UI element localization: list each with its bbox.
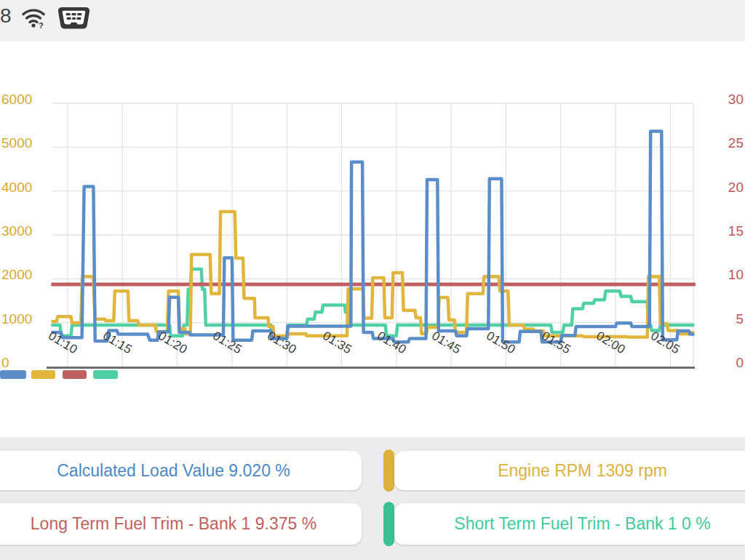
chart-canvas[interactable] <box>0 41 745 405</box>
sensor-card-rpm[interactable]: Engine RPM 1309 rpm <box>394 451 745 490</box>
obd-connector-icon <box>57 7 91 33</box>
series-line <box>51 212 694 337</box>
card-accent-stft <box>383 502 394 546</box>
y-left-tick-label: 3000 <box>1 223 45 239</box>
legend-swatch-0[interactable] <box>0 370 26 379</box>
chart-svg <box>0 41 745 405</box>
legend-swatch-1[interactable] <box>31 370 55 379</box>
y-right-tick-label: 20 <box>719 180 744 196</box>
y-right-tick-label: 25 <box>719 135 744 151</box>
y-right-tick-label: 5 <box>719 311 744 327</box>
y-left-tick-label: 6000 <box>1 92 45 108</box>
sensor-cards-area: Calculated Load Value 9.020 %Engine RPM … <box>0 437 745 560</box>
chart-panel: 010002000300040005000600005101520253001:… <box>0 41 745 437</box>
sensor-card-label: Short Term Fuel Trim - Bank 1 0 % <box>454 514 710 534</box>
y-right-tick-label: 0 <box>719 355 744 371</box>
y-left-tick-label: 5000 <box>1 135 45 151</box>
sensor-card-stft[interactable]: Short Term Fuel Trim - Bank 1 0 % <box>394 503 745 545</box>
legend-swatch-3[interactable] <box>93 370 118 379</box>
card-accent-rpm <box>383 449 394 492</box>
clock-text: 8 <box>0 4 12 28</box>
status-bar: 8 ? <box>0 0 745 41</box>
y-left-tick-label: 0 <box>1 355 45 371</box>
legend-swatch-2[interactable] <box>63 370 87 379</box>
y-left-tick-label: 1000 <box>1 311 45 327</box>
y-left-tick-label: 4000 <box>1 180 45 196</box>
sensor-card-label: Calculated Load Value 9.020 % <box>57 461 290 481</box>
wifi-question-icon: ? <box>22 7 48 32</box>
app-screen: { "status_bar": { "clock_fragment": "8",… <box>0 0 745 560</box>
sensor-card-label: Long Term Fuel Trim - Bank 1 9.375 % <box>31 514 316 534</box>
sensor-card-ltft[interactable]: Long Term Fuel Trim - Bank 1 9.375 % <box>0 503 362 545</box>
sensor-card-load[interactable]: Calculated Load Value 9.020 % <box>0 451 362 490</box>
svg-text:?: ? <box>39 21 44 29</box>
y-right-tick-label: 30 <box>719 92 744 108</box>
y-right-tick-label: 10 <box>719 267 744 283</box>
sensor-card-label: Engine RPM 1309 rpm <box>498 461 667 481</box>
y-left-tick-label: 2000 <box>1 267 45 283</box>
y-right-tick-label: 15 <box>719 223 744 239</box>
